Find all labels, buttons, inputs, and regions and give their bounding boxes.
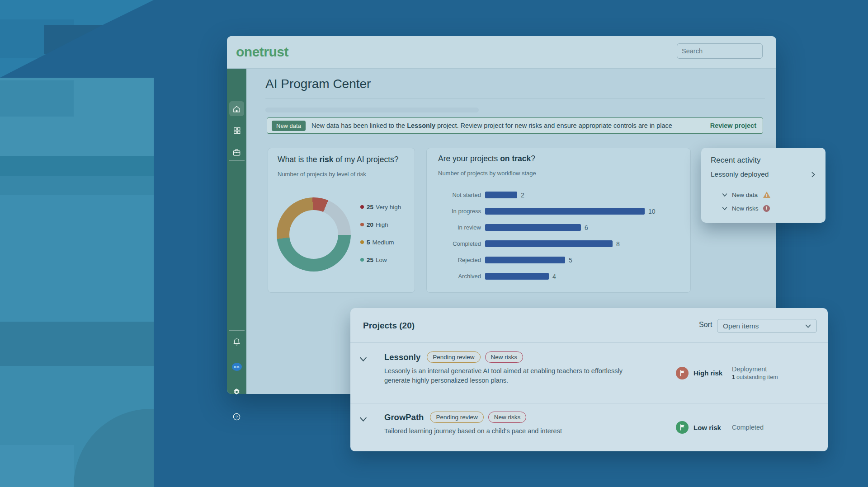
bg-rect xyxy=(0,156,154,176)
apps-grid-icon xyxy=(233,126,241,135)
status-badge-new-risks: New risks xyxy=(488,412,527,423)
svg-text:!: ! xyxy=(766,193,768,198)
chevron-down-icon xyxy=(359,355,367,363)
project-row-growpath[interactable]: GrowPath Pending review New risks Tailor… xyxy=(350,403,828,451)
risk-level: High risk xyxy=(693,369,722,377)
track-card-subtitle: Number of projects by workflow stage xyxy=(438,170,536,177)
projects-title: Projects (20) xyxy=(363,321,415,331)
sidebar-item-notifications[interactable] xyxy=(227,334,246,349)
sidebar-item-home[interactable] xyxy=(227,101,246,117)
sidebar-item-help[interactable]: ? xyxy=(227,409,246,424)
project-stage: Completed xyxy=(732,424,816,431)
expand-row-button[interactable] xyxy=(359,355,384,365)
sidebar-item-settings[interactable] xyxy=(227,384,246,399)
recent-item-new-risks[interactable]: New risks ! xyxy=(722,202,770,214)
sidebar-divider xyxy=(229,330,245,331)
app-header: onetrust xyxy=(227,36,776,69)
search-box[interactable] xyxy=(677,43,763,59)
legend-dot xyxy=(360,205,364,209)
legend-item: 5 Medium xyxy=(360,238,401,247)
bg-rect xyxy=(0,80,74,117)
sidebar-item-profile[interactable]: KB xyxy=(227,359,246,375)
sort-label: Sort xyxy=(699,321,712,329)
track-card-title: Are your projects on track? xyxy=(438,154,535,164)
legend-item: 25 Very high xyxy=(360,202,401,211)
bar xyxy=(485,273,549,280)
chevron-down-icon xyxy=(359,415,367,423)
risk-card-subtitle: Number of projects by level of risk xyxy=(278,171,366,178)
bar-row: In progress 10 xyxy=(438,208,682,215)
bar-row: In review 6 xyxy=(438,224,682,231)
search-input[interactable] xyxy=(682,47,766,55)
bar-row: Completed 8 xyxy=(438,240,682,247)
bg-rect xyxy=(0,176,154,195)
svg-text:!: ! xyxy=(766,206,767,211)
bg-rect xyxy=(0,445,74,487)
risk-card: What is the risk of my AI projects? Numb… xyxy=(268,148,415,293)
recent-activity-title: Recent activity xyxy=(711,156,761,165)
risk-flag-icon xyxy=(676,367,689,379)
recent-item-new-data[interactable]: New data ! xyxy=(722,189,771,201)
project-name: GrowPath xyxy=(384,412,424,422)
onetrust-logo: onetrust xyxy=(236,44,288,60)
chevron-down-icon xyxy=(805,323,811,329)
chevron-down-icon[interactable] xyxy=(722,206,727,211)
recent-activity-panel: Recent activity Lessonly deployed New da… xyxy=(701,148,826,223)
donut-hole xyxy=(289,210,338,259)
bar xyxy=(485,224,581,231)
page-title: AI Program Center xyxy=(265,77,371,91)
risk-level: Low risk xyxy=(693,424,721,431)
home-icon xyxy=(232,105,241,113)
help-icon: ? xyxy=(232,412,241,421)
new-data-badge: New data xyxy=(272,121,306,131)
legend-item: 25 Low xyxy=(360,255,401,264)
divider xyxy=(265,98,765,99)
review-project-link[interactable]: Review project xyxy=(710,122,756,129)
project-description: Tailored learning journey based on a chi… xyxy=(384,426,624,436)
bar-chart: Not started 2 In progress 10 In review 6… xyxy=(438,192,682,289)
bar xyxy=(485,192,517,198)
status-badge-pending-review: Pending review xyxy=(427,351,480,363)
project-description: Lessonly is an internal generative AI to… xyxy=(384,366,624,385)
bar xyxy=(485,257,565,263)
bar-row: Not started 2 xyxy=(438,192,682,198)
bg-rect xyxy=(0,195,154,322)
svg-text:?: ? xyxy=(236,414,238,419)
sidebar-item-apps[interactable] xyxy=(227,123,246,138)
project-name: Lessonly xyxy=(384,352,420,362)
status-badge-new-risks: New risks xyxy=(485,351,524,363)
warning-triangle-icon: ! xyxy=(763,191,771,198)
sidebar: KB ? xyxy=(227,69,246,394)
legend-dot xyxy=(360,223,364,226)
recent-event-row[interactable]: Lessonly deployed xyxy=(711,170,816,178)
briefcase-icon xyxy=(232,148,241,157)
legend-dot xyxy=(360,240,364,244)
project-row-lessonly[interactable]: Lessonly Pending review New risks Lesson… xyxy=(350,343,828,403)
project-stage: Deployment xyxy=(732,365,816,373)
bell-icon xyxy=(232,337,241,346)
donut-legend: 25 Very high 20 High 5 Medium 25 Low xyxy=(360,202,401,273)
sidebar-divider xyxy=(229,160,245,161)
banner-message: New data has been linked to the Lessonly… xyxy=(311,122,710,129)
sort-dropdown[interactable]: Open items xyxy=(717,319,817,333)
bar xyxy=(485,208,645,215)
notification-banner: New data New data has been linked to the… xyxy=(267,117,763,134)
bg-rect xyxy=(0,322,154,366)
outstanding-items: 1outstanding item xyxy=(732,374,816,380)
status-badge-pending-review: Pending review xyxy=(430,412,483,423)
legend-item: 20 High xyxy=(360,220,401,229)
chevron-right-icon[interactable] xyxy=(810,172,816,178)
expand-row-button[interactable] xyxy=(359,415,384,425)
chevron-down-icon[interactable] xyxy=(722,192,727,197)
risk-card-title: What is the risk of my AI projects? xyxy=(278,155,399,164)
bar-row: Rejected 5 xyxy=(438,257,682,263)
bar-row: Archived 4 xyxy=(438,273,682,280)
legend-dot xyxy=(360,258,364,262)
sidebar-item-projects[interactable] xyxy=(227,145,246,160)
projects-panel: Projects (20) Open items Lessonly Pendin… xyxy=(350,308,828,451)
bar xyxy=(485,240,613,247)
avatar: KB xyxy=(232,363,242,371)
track-card: Are your projects on track? Number of pr… xyxy=(426,148,691,293)
projects-header: Projects (20) Open items xyxy=(350,308,828,343)
gear-icon xyxy=(232,388,241,396)
